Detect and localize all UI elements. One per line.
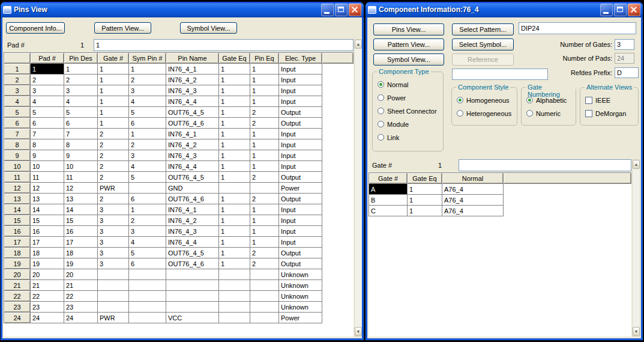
component-info-button[interactable]: Component Info... — [6, 22, 65, 34]
grid-cell[interactable]: 5 — [64, 107, 98, 118]
grid-cell[interactable]: 3 — [98, 237, 129, 248]
grid-cell[interactable]: 2 — [250, 248, 279, 258]
pattern-view-button[interactable]: Pattern View... — [373, 38, 444, 50]
grid-cell[interactable]: Input — [279, 150, 322, 161]
grid-cell[interactable]: 15 — [31, 215, 64, 226]
grid-cell[interactable]: 9 — [31, 150, 64, 161]
grid-cell[interactable]: 12 — [64, 183, 98, 194]
grid-cell[interactable]: Input — [279, 75, 322, 85]
row-header[interactable]: 2 — [4, 75, 31, 85]
grid-cell[interactable]: 6 — [64, 118, 98, 129]
grid-cell[interactable]: 1 — [219, 237, 250, 248]
grid-cell[interactable] — [98, 269, 129, 280]
grid-cell[interactable]: 2 — [98, 194, 129, 204]
grid-cell[interactable]: 1 — [219, 161, 250, 172]
symbol-view-button[interactable]: Symbol View... — [180, 22, 237, 34]
grid-cell[interactable]: 1 — [219, 85, 250, 96]
grid-cell[interactable]: IN76_4_2 — [166, 215, 219, 226]
grid-cell[interactable]: Input — [279, 161, 322, 172]
grid-cell[interactable] — [219, 280, 250, 291]
grid-cell[interactable] — [129, 302, 166, 313]
grid-cell[interactable]: 2 — [129, 75, 166, 85]
radio-module[interactable]: Module — [378, 120, 442, 128]
grid-cell[interactable]: IN76_4_3 — [166, 226, 219, 237]
grid-cell[interactable]: 1 — [219, 150, 250, 161]
pattern-name-input[interactable] — [519, 22, 636, 34]
grid-cell[interactable]: 1 — [219, 139, 250, 150]
grid-cell[interactable]: 1 — [250, 204, 279, 215]
grid-cell[interactable]: Output — [279, 172, 322, 183]
scroll-down-button[interactable]: ▼ — [355, 327, 362, 336]
column-header[interactable]: Pad # — [31, 53, 64, 64]
row-header[interactable]: 3 — [4, 85, 31, 96]
grid-cell[interactable]: 1 — [250, 129, 279, 139]
grid-cell[interactable]: 10 — [64, 161, 98, 172]
column-header[interactable]: Pin Eq — [250, 53, 279, 64]
grid-cell[interactable]: 22 — [31, 291, 64, 302]
grid-cell[interactable]: 21 — [31, 280, 64, 291]
grid-cell[interactable]: 19 — [64, 258, 98, 269]
grid-cell[interactable]: 19 — [31, 258, 64, 269]
column-header[interactable]: Gate # — [369, 173, 408, 184]
grid-cell[interactable]: 1 — [219, 64, 250, 75]
grid-cell[interactable]: 2 — [250, 172, 279, 183]
grid-cell[interactable]: 8 — [31, 139, 64, 150]
grid-cell[interactable]: 5 — [129, 107, 166, 118]
grid-cell[interactable]: OUT76_4_5 — [166, 107, 219, 118]
grid-cell[interactable]: 18 — [31, 248, 64, 258]
row-header[interactable]: 19 — [4, 258, 31, 269]
grid-cell[interactable] — [219, 269, 250, 280]
grid-cell[interactable]: 1 — [250, 75, 279, 85]
row-header[interactable]: 6 — [4, 118, 31, 129]
row-header[interactable]: 10 — [4, 161, 31, 172]
row-header[interactable]: 18 — [4, 248, 31, 258]
grid-cell[interactable] — [129, 313, 166, 323]
grid-cell[interactable]: 10 — [31, 161, 64, 172]
grid-cell[interactable]: 1 — [219, 107, 250, 118]
grid-cell[interactable]: IN76_4_4 — [166, 161, 219, 172]
grid-cell[interactable]: 1 — [250, 226, 279, 237]
pins-view-button[interactable]: Pins View... — [373, 23, 444, 35]
grid-cell[interactable]: 17 — [64, 237, 98, 248]
select-symbol-button[interactable]: Select Symbol... — [452, 38, 514, 50]
minimize-button[interactable] — [321, 4, 334, 16]
grid-cell[interactable]: Input — [279, 96, 322, 107]
radio-heterogeneous[interactable]: Heterogeneous — [457, 109, 516, 117]
radio-normal[interactable]: Normal — [378, 81, 442, 88]
grid-cell[interactable] — [219, 291, 250, 302]
grid-cell[interactable]: 2 — [129, 139, 166, 150]
grid-cell[interactable]: 1 — [219, 258, 250, 269]
grid-cell[interactable]: 4 — [129, 237, 166, 248]
column-header[interactable]: Elec. Type — [279, 53, 322, 64]
grid-cell[interactable]: 4 — [129, 161, 166, 172]
grid-cell[interactable]: Input — [279, 215, 322, 226]
grid-cell[interactable]: 6 — [31, 118, 64, 129]
grid-cell[interactable]: 15 — [64, 215, 98, 226]
grid-cell[interactable]: 1 — [250, 85, 279, 96]
grid-cell[interactable]: 1 — [219, 204, 250, 215]
grid-cell[interactable]: 1 — [219, 118, 250, 129]
grid-cell[interactable]: IN76_4_1 — [166, 204, 219, 215]
radio-sheet-connector[interactable]: Sheet Connector — [378, 107, 442, 115]
close-button[interactable] — [628, 4, 640, 16]
column-header[interactable]: Gate # — [98, 53, 129, 64]
grid-cell[interactable]: Power — [279, 313, 322, 323]
grid-cell[interactable]: IN76_4_4 — [166, 237, 219, 248]
row-header[interactable]: 24 — [4, 313, 31, 323]
grid-cell[interactable] — [250, 291, 279, 302]
grid-cell[interactable]: 8 — [64, 139, 98, 150]
grid-cell[interactable]: 3 — [129, 226, 166, 237]
grid-cell[interactable]: 14 — [31, 204, 64, 215]
grid-cell[interactable]: OUT76_4_5 — [166, 172, 219, 183]
grid-cell[interactable] — [129, 291, 166, 302]
grid-cell[interactable]: Input — [279, 226, 322, 237]
grid-cell[interactable]: 3 — [98, 204, 129, 215]
grid-cell[interactable]: 23 — [64, 302, 98, 313]
grid-cell[interactable]: 6 — [129, 194, 166, 204]
grid-cell[interactable] — [129, 280, 166, 291]
grid-cell[interactable]: B — [369, 195, 408, 206]
minimize-button[interactable] — [600, 4, 613, 16]
grid-cell[interactable]: 1 — [250, 96, 279, 107]
grid-cell[interactable]: Output — [279, 258, 322, 269]
grid-cell[interactable]: 1 — [64, 64, 98, 75]
